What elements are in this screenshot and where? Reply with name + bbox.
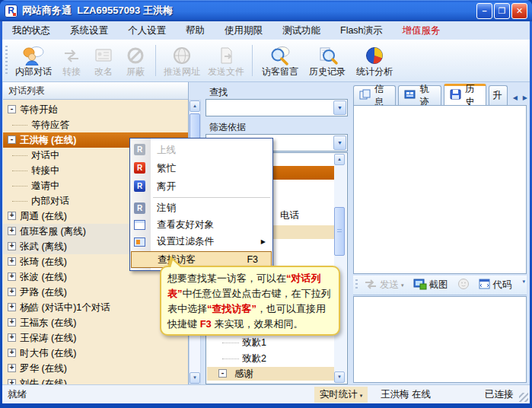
tree-connector bbox=[12, 186, 27, 186]
menu-bar: 我的状态 系统设置 个人设置 帮助 使用期限 测试功能 Flash演示 增值服务 bbox=[2, 21, 530, 40]
filter-card-icon bbox=[134, 237, 145, 247]
expand-icon[interactable]: + bbox=[8, 349, 16, 357]
tab-scroll-right-icon[interactable]: ▶ bbox=[521, 94, 529, 102]
collapse-icon[interactable]: - bbox=[8, 105, 16, 113]
tree-item-agent[interactable]: +王保涛 (在线) bbox=[3, 330, 188, 346]
history-content-area[interactable] bbox=[353, 105, 527, 274]
app-window: R 网站商务通 LZA69557093 王洪梅 – ❐ ✕ 我的状态 系统设置 … bbox=[0, 0, 532, 408]
screenshot-button[interactable]: 截图 bbox=[410, 278, 451, 292]
caret-down-icon: ▾ bbox=[360, 393, 363, 398]
code-button[interactable]: 代码 bbox=[476, 278, 515, 292]
status-connection: 已连接 bbox=[485, 388, 514, 401]
internal-chat-button[interactable]: 内部对话 bbox=[11, 40, 56, 81]
tree-item-agent[interactable]: +罗华 (在线) bbox=[3, 361, 188, 376]
collapse-icon[interactable]: - bbox=[218, 369, 227, 378]
phrase-group-thanks[interactable]: -感谢 bbox=[207, 367, 334, 381]
expand-icon[interactable]: + bbox=[8, 212, 16, 220]
rename-button: 改名 bbox=[88, 40, 119, 81]
toolbar-overflow-icon[interactable]: ▾ bbox=[522, 279, 525, 285]
tree-item-agent[interactable]: +刘牛 (在线) bbox=[3, 376, 188, 384]
toolbar-label: 推送网址 bbox=[164, 65, 200, 78]
minimize-button[interactable]: – bbox=[476, 3, 492, 19]
scroll-down-icon[interactable]: ▼ bbox=[334, 371, 345, 383]
tree-connector bbox=[222, 359, 239, 359]
menu-help[interactable]: 帮助 bbox=[176, 21, 215, 40]
chevron-down-icon[interactable]: ▼ bbox=[333, 100, 346, 115]
menu-item-view-friends[interactable]: 查看友好对象 bbox=[130, 216, 272, 233]
visitor-message-button[interactable]: 访客留言 bbox=[256, 40, 304, 81]
expand-icon[interactable]: + bbox=[8, 273, 16, 281]
menu-item-filter-settings[interactable]: 设置过滤条件▶ bbox=[130, 233, 272, 250]
app-logo-icon: R bbox=[5, 5, 18, 18]
collapse-icon[interactable]: - bbox=[8, 135, 16, 144]
toolbar-separator bbox=[252, 45, 253, 76]
pages-icon bbox=[359, 89, 371, 102]
message-input-area[interactable] bbox=[353, 296, 527, 383]
menu-item-online: R上线 bbox=[130, 141, 272, 159]
scroll-down-icon[interactable]: ▼ bbox=[190, 372, 200, 384]
resize-grip[interactable] bbox=[519, 393, 528, 402]
scroll-up-icon[interactable]: ▲ bbox=[334, 154, 345, 165]
menu-my-status[interactable]: 我的状态 bbox=[2, 21, 60, 40]
scroll-up-icon[interactable]: ▲ bbox=[190, 100, 200, 112]
menu-usage-period[interactable]: 使用期限 bbox=[215, 21, 272, 40]
status-online-icon: R bbox=[134, 144, 145, 155]
expand-icon[interactable]: + bbox=[8, 303, 16, 311]
expand-icon[interactable]: + bbox=[8, 318, 16, 327]
tab-history[interactable]: 历史 bbox=[444, 84, 486, 105]
history-button[interactable]: 历史记录 bbox=[304, 40, 351, 81]
tree-item-agent[interactable]: +时大伟 (在线) bbox=[3, 346, 188, 361]
expand-icon[interactable]: + bbox=[8, 333, 16, 342]
tree-item-waiting-start[interactable]: -等待开始 bbox=[3, 102, 188, 117]
statistics-button[interactable]: 统计分析 bbox=[351, 40, 398, 81]
shortcut-label: F3 bbox=[247, 254, 258, 265]
magnifier-page-icon bbox=[316, 44, 339, 65]
tab-scroll-left-icon[interactable]: ◀ bbox=[511, 94, 519, 102]
menu-personal-settings[interactable]: 个人设置 bbox=[118, 21, 176, 40]
tree-connector bbox=[12, 171, 27, 171]
menu-item-away[interactable]: R离开 bbox=[130, 177, 272, 196]
menu-test-features[interactable]: 测试功能 bbox=[272, 21, 330, 40]
close-button[interactable]: ✕ bbox=[511, 3, 527, 19]
phrase-item[interactable]: 致歉1 bbox=[207, 336, 334, 349]
expand-icon[interactable]: + bbox=[8, 242, 16, 250]
toolbar-label: 改名 bbox=[94, 65, 113, 78]
tree-item-waiting-answer[interactable]: 等待应答 bbox=[3, 117, 188, 132]
expand-icon[interactable]: + bbox=[8, 227, 16, 235]
status-agent: 王洪梅 在线 bbox=[381, 388, 431, 401]
menu-item-logout[interactable]: R注销 bbox=[130, 199, 272, 216]
expand-icon[interactable]: + bbox=[8, 364, 16, 372]
find-combobox[interactable]: ▼ bbox=[205, 99, 348, 116]
visitor-panel: 信息 轨迹 历史 升 ◀ ▶ bbox=[352, 82, 530, 384]
file-arrow-icon bbox=[215, 44, 237, 65]
menu-flash-demo[interactable]: Flash演示 bbox=[330, 21, 393, 40]
menu-system-settings[interactable]: 系统设置 bbox=[60, 21, 118, 40]
expand-icon[interactable]: + bbox=[8, 379, 16, 384]
chat-toolbar: 发送 ▾ 截图 代码 ▾ bbox=[353, 276, 527, 295]
expand-icon[interactable]: + bbox=[8, 288, 16, 296]
status-away-icon: R bbox=[134, 180, 145, 192]
maximize-button[interactable]: ❐ bbox=[494, 3, 510, 19]
status-ready: 就绪 bbox=[8, 388, 27, 401]
toolbar-label: 屏蔽 bbox=[126, 65, 145, 78]
expand-icon[interactable]: + bbox=[8, 257, 16, 266]
menu-value-added[interactable]: 增值服务 bbox=[393, 21, 451, 40]
logout-icon: R bbox=[134, 202, 145, 214]
menu-item-busy[interactable]: R繁忙 bbox=[130, 159, 272, 177]
filter-label: 筛选依据 bbox=[209, 121, 246, 134]
scroll-thumb[interactable] bbox=[334, 207, 345, 256]
tab-info[interactable]: 信息 bbox=[353, 85, 396, 105]
realtime-stats-button[interactable]: 实时统计▾ bbox=[314, 387, 368, 403]
magnifier-bubble-icon bbox=[269, 44, 291, 65]
tab-track[interactable]: 轨迹 bbox=[398, 85, 441, 105]
main-toolbar: 内部对话 转接 改名 屏蔽 推送网址 发送文件 访客留言 bbox=[2, 40, 530, 82]
help-tooltip: 想要查找某一访客，可以在“对话列表”中任意位置处点击右键，在下拉列表中选择“查找… bbox=[160, 266, 340, 336]
smiley-icon bbox=[457, 278, 470, 292]
block-button: 屏蔽 bbox=[119, 40, 151, 81]
context-menu: R上线 R繁忙 R离开 R注销 查看友好对象 设置过滤条件▶ 查找访客F3 bbox=[129, 138, 273, 271]
toolbar-label: 历史记录 bbox=[309, 65, 346, 78]
phrase-item[interactable]: 致歉2 bbox=[207, 352, 334, 365]
chevron-down-icon[interactable]: ▼ bbox=[333, 135, 346, 150]
tab-upgrade-partial[interactable]: 升 bbox=[489, 85, 507, 105]
title-bar: R 网站商务通 LZA69557093 王洪梅 – ❐ ✕ bbox=[0, 0, 532, 21]
